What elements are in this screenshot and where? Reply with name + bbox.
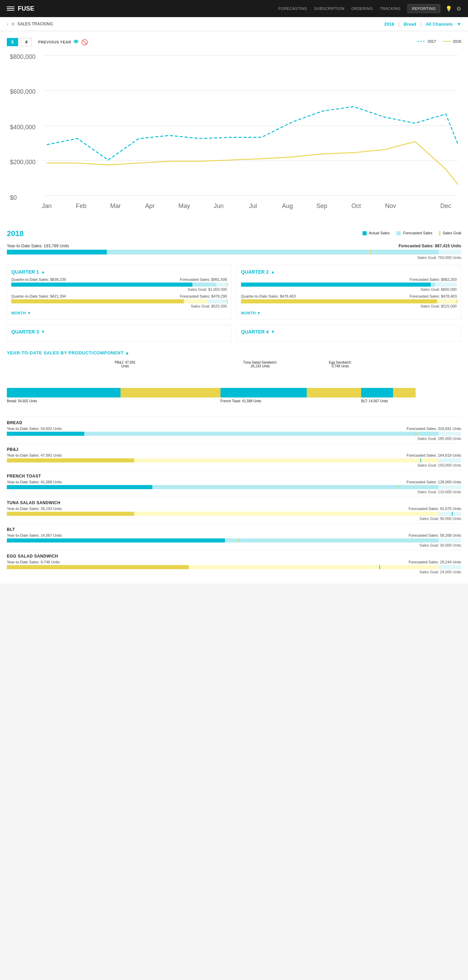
q2-goal-line2 xyxy=(457,299,457,304)
nav-reporting[interactable]: REPORTING xyxy=(407,4,440,13)
product-actual-fill xyxy=(7,512,134,516)
egg-bottom-label xyxy=(393,399,415,403)
forecasted-value: Forecasted Sales: 887,415 Units xyxy=(398,243,461,248)
eye-visible-icon[interactable]: 👁 xyxy=(73,39,79,45)
q2-actual-bar2 xyxy=(241,299,437,304)
actual-bar xyxy=(7,250,107,255)
product-goal: Sales Goal: 30,000 Units xyxy=(419,543,461,547)
breadcrumb-left: ‹ ⊙ SALES TRACKING xyxy=(7,21,53,27)
y-label-400k: $400,000 xyxy=(10,124,36,130)
q2-bar2 xyxy=(241,299,457,304)
q1-label: QUARTER 1 xyxy=(11,269,39,275)
product-name: FRENCH TOAST xyxy=(7,470,461,479)
q1-goal: Sales Goal: $1,000,000 xyxy=(188,287,227,291)
x-oct: Oct xyxy=(351,202,361,209)
q1-forecasted: Forecasted Sales: $991,506 xyxy=(180,277,227,282)
x-mar: Mar xyxy=(110,202,121,209)
chart-legend: 2017 2018 xyxy=(418,39,461,43)
category-filter[interactable]: Bread xyxy=(404,22,416,27)
x-may: May xyxy=(178,202,190,209)
hbar-top-labels: PB&J: 47,091 Units Tuna Salad Sandwich: … xyxy=(7,361,461,378)
goal-label-row: Sales Goal: 750,000 Units xyxy=(7,256,461,259)
product-name: TUNA SALAD SANDWICH xyxy=(7,497,461,505)
product-actual-fill xyxy=(7,458,134,463)
product-row-pb&j: PB&J Year-to-Date Sales: 47,091 Units Fo… xyxy=(7,443,461,467)
hbar-french-toast xyxy=(220,388,307,398)
q2-arrow[interactable]: ▲ xyxy=(271,270,275,274)
q1-actual-bar xyxy=(11,283,192,286)
logo-icon xyxy=(7,6,14,11)
x-jul: Jul xyxy=(249,202,257,209)
hbar-blt xyxy=(361,388,393,398)
lightbulb-icon[interactable]: 💡 xyxy=(446,5,452,12)
pbj-top-label: PB&J: 47,091 Units xyxy=(111,361,139,368)
legend-2017-label: 2017 xyxy=(428,39,436,43)
chart-svg: $800,000 $600,000 $400,000 $200,000 $0 J… xyxy=(7,49,461,221)
product-row-tuna-salad-sandwich: TUNA SALAD SANDWICH Year-to-Date Sales: … xyxy=(7,497,461,520)
line-chart: $800,000 $600,000 $400,000 $200,000 $0 J… xyxy=(7,49,461,222)
q1-qtd: Quarter-to-Date Sales: $839,239 xyxy=(11,277,66,282)
q1-arrow[interactable]: ▲ xyxy=(41,270,45,274)
ytd-progress-bar xyxy=(7,250,461,255)
q1-month-btn[interactable]: MONTH ▼ xyxy=(11,311,227,315)
hash-toggle[interactable]: # xyxy=(21,38,32,46)
quarter4-box: QUARTER 4 ▼ xyxy=(236,325,461,342)
french-bottom-label: French Toast: 41,588 Units xyxy=(220,399,307,403)
product-goal-line xyxy=(415,432,416,436)
product-detail-row: Year-to-Date Sales: 14,567 Units Forecas… xyxy=(7,533,461,538)
product-goal-row: Sales Goal: 24,000 Units xyxy=(7,570,461,574)
nav-forecasting[interactable]: FORECASTING xyxy=(278,6,307,11)
quarter4-title: QUARTER 4 ▼ xyxy=(241,329,457,334)
q2-goal-row1: Sales Goal: $800,000 xyxy=(241,287,457,291)
q1-forecasted2: Forecasted Sales: $478,290 xyxy=(180,294,227,298)
line-2018 xyxy=(47,142,458,185)
separator2: | xyxy=(420,22,422,27)
product-goal-row: Sales Goal: 150,000 Units xyxy=(7,463,461,467)
goal-line-legend xyxy=(439,231,440,235)
quarters-grid: QUARTER 1 ▲ Quarter-to-Date Sales: $839,… xyxy=(7,265,461,342)
x-feb: Feb xyxy=(76,202,86,209)
q2-bar1 xyxy=(241,283,457,286)
settings-icon[interactable]: ⚙ xyxy=(456,5,461,12)
product-ytd: Year-to-Date Sales: 14,567 Units xyxy=(7,533,62,538)
legend-2017: 2017 xyxy=(418,39,436,43)
x-aug: Aug xyxy=(282,202,293,209)
logo-text: FUSE xyxy=(18,5,34,12)
product-forecasted: Forecasted Sales: 164,819 Units xyxy=(406,453,461,457)
product-goal: Sales Goal: 90,000 Units xyxy=(419,517,461,520)
product-actual-fill xyxy=(7,485,152,489)
eye-hidden-icon[interactable]: 🚫 xyxy=(81,39,88,46)
product-goal-line xyxy=(239,538,239,542)
year-title: 2018 xyxy=(7,229,24,238)
nav-ordering[interactable]: ORDERING xyxy=(351,6,373,11)
q4-arrow[interactable]: ▼ xyxy=(271,329,275,334)
channel-dropdown-icon[interactable]: ▼ xyxy=(457,22,461,27)
quarter1-title: QUARTER 1 ▲ xyxy=(11,269,227,275)
nav-tracking[interactable]: TRACKING xyxy=(380,6,401,11)
product-section-title[interactable]: YEAR-TO-DATE SALES BY PRODUCT/COMPONENT … xyxy=(7,350,461,355)
product-goal: Sales Goal: 110,000 Units xyxy=(417,490,461,494)
product-name: BREAD xyxy=(7,417,461,425)
channel-filter[interactable]: All Channels xyxy=(426,22,453,27)
hbar-bread xyxy=(7,388,120,398)
product-goal-line xyxy=(452,512,453,516)
q3-arrow[interactable]: ▼ xyxy=(41,329,45,334)
product-forecasted: Forecasted Sales: 91,675 Units xyxy=(409,507,461,511)
q1-goal-line2 xyxy=(227,299,228,304)
product-bar xyxy=(7,432,461,436)
product-ytd: Year-to-Date Sales: 41,588 Units xyxy=(7,480,62,484)
product-rows: BREAD Year-to-Date Sales: 54,602 Units F… xyxy=(7,417,461,574)
logo: FUSE xyxy=(7,5,34,12)
dollar-toggle[interactable]: $ xyxy=(7,38,18,46)
product-goal-line xyxy=(398,485,398,489)
q2-month-btn[interactable]: MONTH ▼ xyxy=(241,311,457,315)
product-row-egg-salad-sandwich: EGG SALAD SANDWICH Year-to-Date Sales: 9… xyxy=(7,550,461,574)
product-row-blt: BLT Year-to-Date Sales: 14,567 Units For… xyxy=(7,523,461,547)
legend-goal: Sales Goal xyxy=(439,231,461,235)
back-button[interactable]: ‹ xyxy=(7,21,8,27)
nav-subscription[interactable]: SUBSCRIPTION xyxy=(314,6,345,11)
product-actual-fill xyxy=(7,432,84,436)
hbar-pbj xyxy=(120,388,220,398)
year-filter[interactable]: 2018 xyxy=(384,22,394,27)
prev-year-text: PREVIOUS YEAR xyxy=(38,40,71,44)
